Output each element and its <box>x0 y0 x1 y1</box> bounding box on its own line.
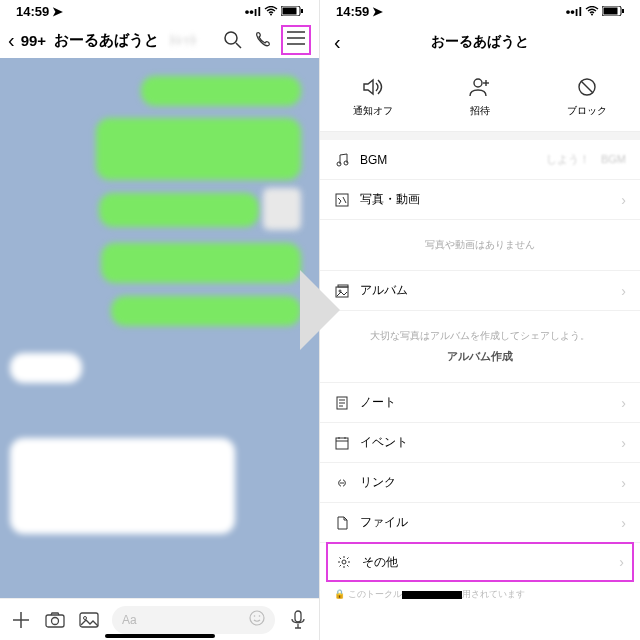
svg-point-19 <box>591 13 593 15</box>
block-action[interactable]: ブロック <box>533 62 640 131</box>
calendar-icon <box>334 435 350 451</box>
svg-rect-22 <box>622 9 624 13</box>
back-button[interactable]: ‹ <box>8 29 15 52</box>
invite-action[interactable]: 招待 <box>427 62 534 131</box>
person-add-icon <box>468 76 492 100</box>
svg-point-4 <box>225 32 237 44</box>
other-row-highlighted[interactable]: その他 › <box>326 542 634 582</box>
svg-point-16 <box>254 615 256 617</box>
image-icon[interactable] <box>78 609 100 631</box>
photo-icon <box>334 192 350 208</box>
action-label: 通知オフ <box>353 104 393 118</box>
bgm-row[interactable]: BGM しよう！ BGM <box>320 140 640 180</box>
svg-rect-21 <box>604 7 618 14</box>
battery-icon <box>281 4 303 19</box>
svg-point-23 <box>474 79 482 87</box>
svg-line-5 <box>236 43 241 48</box>
block-icon <box>575 76 599 100</box>
location-arrow-icon: ➤ <box>52 4 63 19</box>
speaker-icon <box>361 76 385 100</box>
file-icon <box>334 515 350 531</box>
svg-rect-3 <box>301 9 303 13</box>
hamburger-icon <box>287 31 305 49</box>
row-label: ファイル <box>360 514 611 531</box>
svg-point-15 <box>250 611 264 625</box>
settings-title: おーるあばうと <box>320 33 640 51</box>
camera-icon[interactable] <box>44 609 66 631</box>
mute-action[interactable]: 通知オフ <box>320 62 427 131</box>
wifi-icon <box>585 4 599 19</box>
section-gap <box>320 132 640 140</box>
link-icon <box>334 475 350 491</box>
signal-icon: ••ıl <box>245 4 261 19</box>
wifi-icon <box>264 4 278 19</box>
svg-point-14 <box>84 616 87 619</box>
message-bubble <box>111 296 301 326</box>
unread-badge: 99+ <box>21 32 46 49</box>
signal-icon: ••ıl <box>566 4 582 19</box>
svg-point-12 <box>52 617 59 624</box>
attachment-thumb <box>263 188 301 230</box>
chat-header: ‹ 99+ おーるあばうと ﾄﾚｯﾄ <box>0 22 319 58</box>
plus-icon[interactable] <box>10 609 32 631</box>
action-row: 通知オフ 招待 ブロック <box>320 62 640 132</box>
chevron-right-icon: › <box>621 475 626 491</box>
svg-rect-39 <box>336 438 348 449</box>
album-create-link[interactable]: アルバム作成 <box>320 349 640 364</box>
message-bubble <box>99 193 259 227</box>
status-time: 14:59 <box>336 4 369 19</box>
photos-row[interactable]: 写真・動画 › <box>320 180 640 220</box>
right-phone-settings: 14:59 ➤ ••ıl ‹ おーるあばうと 通知オフ 招待 <box>320 0 640 640</box>
music-icon <box>334 152 350 168</box>
event-row[interactable]: イベント › <box>320 423 640 463</box>
row-label: 写真・動画 <box>360 191 611 208</box>
message-bubble <box>96 118 301 180</box>
menu-button-highlighted[interactable] <box>281 25 311 55</box>
chevron-right-icon: › <box>621 283 626 299</box>
input-placeholder: Aa <box>122 613 137 627</box>
message-bubble <box>10 353 82 383</box>
mic-icon[interactable] <box>287 609 309 631</box>
file-row[interactable]: ファイル › <box>320 503 640 543</box>
svg-rect-11 <box>46 615 64 627</box>
chat-body-blurred[interactable] <box>0 58 319 598</box>
gear-icon <box>336 554 352 570</box>
action-label: 招待 <box>470 104 490 118</box>
message-bubble <box>101 243 301 283</box>
status-bar-right: 14:59 ➤ ••ıl <box>320 0 640 22</box>
lock-icon: 🔒 <box>334 589 345 599</box>
transition-arrow-icon <box>300 270 340 350</box>
location-arrow-icon: ➤ <box>372 4 383 19</box>
album-empty-msg[interactable]: 大切な写真はアルバムを作成してシェアしよう。 アルバム作成 <box>320 311 640 383</box>
svg-point-43 <box>342 560 346 564</box>
row-label: アルバム <box>360 282 611 299</box>
note-row[interactable]: ノート › <box>320 383 640 423</box>
svg-rect-2 <box>283 7 297 14</box>
svg-rect-18 <box>295 611 301 622</box>
svg-rect-13 <box>80 613 98 627</box>
svg-point-17 <box>259 615 261 617</box>
note-icon <box>334 395 350 411</box>
home-indicator[interactable] <box>105 634 215 638</box>
row-label: イベント <box>360 434 611 451</box>
link-row[interactable]: リンク › <box>320 463 640 503</box>
chevron-right-icon: › <box>621 515 626 531</box>
footnote-blurred: 🔒 このトークル用されています <box>320 582 640 607</box>
search-icon[interactable] <box>221 28 245 52</box>
bgm-hint-blurred: しよう！ BGM <box>546 152 626 167</box>
chat-title: おーるあばうと <box>54 31 159 50</box>
chevron-right-icon: › <box>621 435 626 451</box>
action-label: ブロック <box>567 104 607 118</box>
message-input[interactable]: Aa <box>112 606 275 634</box>
chat-subtitle-blurred: ﾄﾚｯﾄ <box>169 32 197 48</box>
redacted-box <box>402 591 462 599</box>
album-row[interactable]: アルバム › <box>320 271 640 311</box>
row-label: その他 <box>362 554 609 571</box>
message-bubble <box>10 438 235 534</box>
status-time: 14:59 <box>16 4 49 19</box>
emoji-icon[interactable] <box>249 610 265 629</box>
phone-icon[interactable] <box>251 28 275 52</box>
svg-line-27 <box>581 81 593 93</box>
chevron-right-icon: › <box>621 192 626 208</box>
chevron-right-icon: › <box>619 554 624 570</box>
